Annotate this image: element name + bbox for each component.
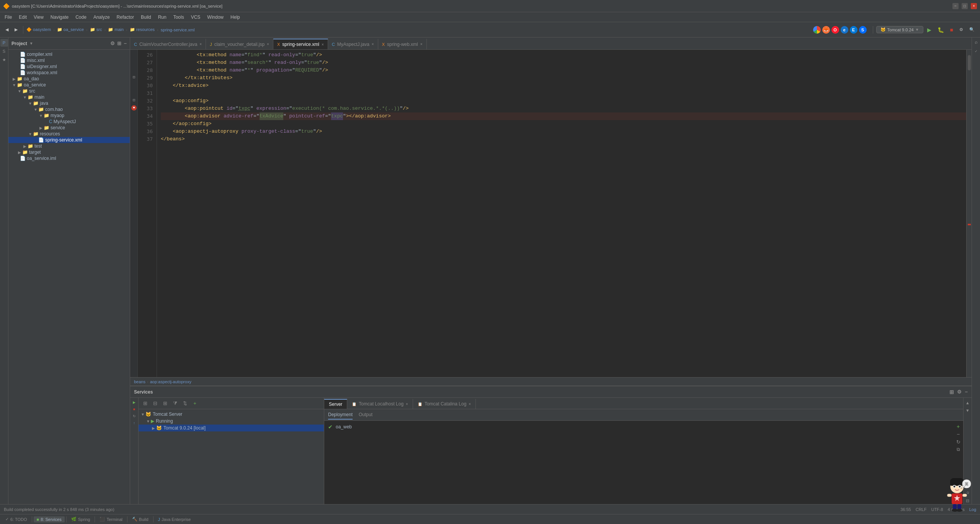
svc-add[interactable]: + [191,399,199,408]
opera-icon[interactable]: O [831,26,839,34]
svc-tomcat-server[interactable]: ▼ 🐱 Tomcat Server [139,411,324,418]
tab-output[interactable]: Output [359,410,372,420]
tree-workspace-xml[interactable]: 📄 workspace.xml [8,70,130,76]
tree-spring-service-xml[interactable]: 📄 spring-service.xml [8,137,130,143]
tab-claimvouchercontroller[interactable]: C ClaimVoucherController.java × [130,39,206,49]
svc-sort[interactable]: ⇅ [181,399,189,408]
menu-tools[interactable]: Tools [170,14,187,21]
menu-run[interactable]: Run [155,14,170,21]
bc-resources[interactable]: 📁 resources [130,27,155,32]
tree-oa-service-iml[interactable]: 📄 oa_service.iml [8,155,130,161]
breadcrumb-aop[interactable]: aop:aspectj-autoproxy [150,379,191,384]
chrome-icon[interactable] [813,26,821,34]
tab-spring-web-xml[interactable]: X spring-web.xml × [378,39,427,49]
tree-myaop[interactable]: ▼ 📁 myaop [8,112,130,119]
dep-remove-btn[interactable]: − [955,431,962,438]
tab-tomcat-localhost-log[interactable]: 📋 Tomcat Localhost Log × [347,399,413,409]
dep-copy-btn[interactable]: ⧉ [955,446,962,453]
services-close-btn[interactable]: − [965,389,968,395]
svc-deploy-icon[interactable]: ↑ [131,420,138,426]
close-button[interactable]: × [971,3,977,9]
svc-run-icon[interactable]: ▶ [131,399,138,405]
panel-layout[interactable]: ⊞ [117,41,121,46]
forward-button[interactable]: ▶ [12,26,20,33]
run-config-selector[interactable]: 🐱 Tomcat 9.0.24 ▼ [876,26,923,33]
taskbar-build[interactable]: 🔨 Build [129,516,151,522]
tree-main[interactable]: ▼ 📁 main [8,94,130,100]
editor-scrollbar[interactable] [966,50,972,377]
tree-comhao[interactable]: ▼ 📁 com.hao [8,106,130,112]
gutter-fold-34[interactable]: ⊟ [131,97,137,103]
svc-group[interactable]: ⊞ [161,399,169,408]
tab-spring-service-xml[interactable]: X spring-service.xml × [273,39,328,49]
tree-src[interactable]: ▼ 📁 src [8,88,130,94]
firefox-icon[interactable]: 🦊 [822,26,830,34]
tab-close-4[interactable]: × [372,42,374,46]
activity-structure[interactable]: S [0,47,8,55]
menu-navigate[interactable]: Navigate [47,14,72,21]
right-icon-git[interactable]: G [972,39,980,47]
bc-oa-service[interactable]: 📁 oa_service [57,27,84,32]
settings-button[interactable]: ⚙ [957,26,965,33]
taskbar-todo[interactable]: ✓ 6: TODO [2,516,30,522]
bc-oasystem[interactable]: 🔶 oasystem [26,27,51,32]
panel-gear[interactable]: ⚙ [110,41,115,46]
back-button[interactable]: ◀ [3,26,11,33]
tree-test[interactable]: ▶ 📁 test [8,143,130,149]
minimize-button[interactable]: − [952,3,959,9]
safari-icon[interactable]: S [859,26,867,34]
menu-analyze[interactable]: Analyze [90,14,113,21]
menu-code[interactable]: Code [72,14,90,21]
bc-file[interactable]: spring-service.xml [161,28,195,32]
tab-close-3[interactable]: × [322,42,324,47]
activity-bookmarks[interactable]: ★ [0,56,8,63]
menu-edit[interactable]: Edit [16,14,30,21]
menu-help[interactable]: Help [227,14,243,21]
services-settings-btn[interactable]: ⚙ [957,389,962,395]
code-editor[interactable]: ⊟ ⊟ ● 26 27 28 29 30 31 32 33 [130,50,972,377]
svc-tomcat-instance[interactable]: ▶ 🐱 Tomcat 9.0.24 [local] [139,425,324,431]
tree-compiler-xml[interactable]: 📄 compiler.xml [8,51,130,57]
svc-stop-icon[interactable]: ■ [131,406,138,412]
menu-window[interactable]: Window [204,14,227,21]
tree-misc-xml[interactable]: 📄 misc.xml [8,57,130,63]
tree-oa-dao[interactable]: ▶ 📁 oa_dao [8,76,130,82]
dep-add-btn[interactable]: + [955,423,962,430]
tree-oa-service[interactable]: ▼ 📁 oa_service [8,82,130,88]
status-crlf[interactable]: CRLF [916,507,927,512]
bc-src[interactable]: 📁 src [90,27,102,32]
status-charset[interactable]: UTF-8 [931,507,943,512]
tab-close-2[interactable]: × [267,42,269,46]
dep-scroll-up[interactable]: ▲ [964,399,971,406]
debug-button[interactable]: 🐛 [935,26,946,34]
tree-target[interactable]: ▶ 📁 target [8,149,130,155]
svc-filter[interactable]: ⧩ [171,399,179,408]
services-expand-btn[interactable]: ⊞ [949,389,954,395]
svc-collapse-all[interactable]: ⊟ [151,399,159,408]
activity-project[interactable]: P [0,39,8,47]
tree-resources[interactable]: ▼ 📁 resources [8,131,130,137]
svc-reload-icon[interactable]: ↻ [131,413,138,419]
svc-expand-all[interactable]: ⊞ [141,399,149,408]
tab-close-catalina-log[interactable]: × [469,402,471,406]
right-icon-todo[interactable]: ✓ [972,47,980,55]
scrollbar-thumb[interactable] [968,55,971,70]
tab-close-localhost-log[interactable]: × [406,402,408,406]
status-position[interactable]: 36:55 [900,507,911,512]
tab-claim-voucher-detail[interactable]: J claim_voucher_detail.jsp × [206,39,273,49]
code-content[interactable]: <tx:method name="find*" read-only="true"… [157,50,966,377]
tab-close-5[interactable]: × [420,42,423,46]
breadcrumb-beans[interactable]: beans [134,379,145,384]
taskbar-services[interactable]: ■ 8: Services [34,516,65,522]
svc-running-group[interactable]: ▼ ▶ Running [139,418,324,425]
taskbar-java-enterprise[interactable]: J Java Enterprise [155,516,194,522]
tab-myaspectj[interactable]: C MyAspectJ.java × [328,39,378,49]
taskbar-terminal[interactable]: ⬛ Terminal [96,516,126,522]
tab-tomcat-catalina-log[interactable]: 📋 Tomcat Catalina Log × [413,399,476,409]
dep-reload-btn[interactable]: ↻ [955,438,962,445]
tree-myaspectj[interactable]: C MyAspectJ [8,119,130,125]
panel-minimize[interactable]: − [124,41,127,46]
tab-deployment[interactable]: Deployment [328,410,353,420]
menu-refactor[interactable]: Refactor [114,14,137,21]
gutter-fold-32[interactable]: ⊟ [131,74,137,80]
